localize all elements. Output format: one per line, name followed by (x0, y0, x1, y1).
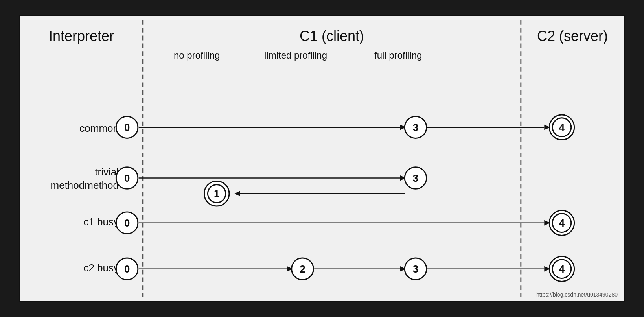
svg-text:0: 0 (124, 264, 130, 275)
svg-text:4: 4 (559, 122, 565, 133)
svg-text:3: 3 (413, 173, 418, 184)
svg-text:0: 0 (124, 173, 130, 184)
svg-text:0: 0 (124, 122, 130, 133)
svg-text:2: 2 (300, 264, 305, 275)
svg-text:0: 0 (124, 217, 130, 229)
url-label: https://blog.csdn.net/u013490280 (536, 291, 618, 298)
diagram-container: Interpreter C1 (client) C2 (server) no p… (19, 15, 625, 302)
svg-text:3: 3 (413, 264, 418, 275)
svg-text:1: 1 (214, 188, 219, 199)
svg-text:3: 3 (413, 122, 418, 133)
svg-text:4: 4 (559, 264, 565, 275)
svg-marker-20 (234, 191, 240, 196)
svg-text:4: 4 (559, 217, 565, 229)
diagram-svg: 0 3 4 0 3 1 0 (20, 16, 624, 301)
